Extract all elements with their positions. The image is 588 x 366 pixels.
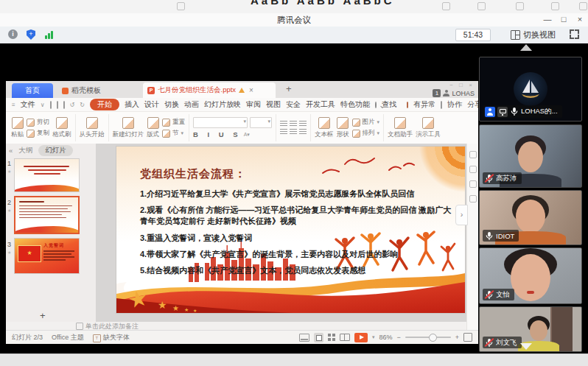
present-tools-button[interactable]: 演示工具 (416, 117, 441, 139)
print-icon[interactable] (57, 101, 58, 109)
side-tool-icon[interactable] (469, 195, 477, 203)
scroll-up-arrow[interactable] (520, 44, 532, 51)
side-tool-icon[interactable] (469, 151, 477, 158)
slides-tab[interactable]: 幻灯片 (38, 145, 73, 156)
font-color-icon[interactable]: A▾ (244, 132, 250, 138)
format-painter-button[interactable]: 格式刷 (52, 117, 71, 139)
bullet-list-icon[interactable] (280, 121, 287, 127)
notification-badge[interactable]: 1 (433, 89, 441, 97)
menu-design[interactable]: 设计 (144, 99, 159, 110)
side-tool-icon[interactable] (469, 180, 477, 188)
wps-tab-home[interactable]: 首页 (12, 83, 53, 98)
align-center-icon[interactable] (290, 129, 297, 135)
menu-security[interactable]: 安全 (286, 99, 301, 110)
doc-assistant-button[interactable]: 文档助手 (388, 117, 413, 139)
outline-tab[interactable]: 大纲 (18, 146, 32, 155)
scroll-down-arrow[interactable] (520, 343, 532, 350)
align-left-icon[interactable] (280, 129, 287, 135)
participant-tile[interactable]: LOHAS的... (479, 57, 582, 122)
slide-canvas[interactable]: 党组织生活会流程： 1.介绍习近平给复旦大学《共产党宣言》展示馆党员志愿服务队全… (116, 147, 465, 313)
sync-status[interactable]: 有异常 (413, 99, 435, 110)
slide-sorter-icon[interactable] (328, 334, 331, 337)
wps-tab-document[interactable]: P 七月份党组织生活会.pptx × (143, 82, 276, 98)
font-size-select[interactable] (250, 117, 272, 128)
participant-tile[interactable]: IDIOT (479, 190, 582, 245)
add-slide-button[interactable]: + (40, 310, 46, 321)
meeting-info-icon[interactable]: i (8, 29, 18, 39)
new-tab-button[interactable]: + (286, 83, 292, 94)
paste-button[interactable]: 粘贴 (11, 117, 24, 139)
slideshow-play-button[interactable] (354, 333, 368, 342)
arrange-button[interactable]: 排列▾ (352, 129, 380, 138)
notes-toggle-icon[interactable] (299, 334, 309, 342)
wps-user-area[interactable]: 1 LOHAS (433, 89, 475, 97)
wps-window: 首页 稻壳模板 P 七月份党组织生活会.pptx × + − □ × 1 LOH… (6, 81, 478, 344)
indent-icon[interactable] (299, 121, 307, 127)
menu-start[interactable]: 开始 (90, 99, 119, 110)
font-style-buttons[interactable]: B I U S (193, 130, 242, 138)
layout-button[interactable]: 版式 (147, 117, 159, 139)
slide-thumbnail-2-selected[interactable] (14, 196, 80, 234)
wps-close-button[interactable]: × (466, 81, 475, 89)
search-icon[interactable] (375, 102, 377, 108)
textbox-button[interactable]: 文本框 (315, 117, 334, 139)
play-from-start-button[interactable]: 从头开始 (80, 117, 105, 139)
switch-view-button[interactable]: 切换视图 (511, 29, 556, 41)
section-button[interactable]: 节▾ (162, 129, 185, 138)
security-shield-icon[interactable]: + (27, 29, 35, 40)
zoom-slider[interactable] (405, 337, 451, 338)
panel-expand-handle[interactable]: › (455, 205, 468, 225)
file-menu[interactable]: 文件 (21, 99, 35, 110)
zoom-level[interactable]: 86% (379, 334, 392, 341)
font-name-select[interactable] (193, 117, 248, 128)
normal-view-icon[interactable] (314, 333, 323, 342)
new-slide-button[interactable]: 新建幻灯片 (113, 117, 144, 139)
side-tool-icon[interactable] (469, 166, 477, 173)
tab-close-icon[interactable]: × (249, 86, 253, 94)
copy-button[interactable]: 复制 (27, 129, 49, 138)
fit-slide-icon[interactable] (463, 333, 472, 342)
find-label[interactable]: 查找 (382, 99, 396, 110)
hamburger-icon[interactable]: ≡ (12, 102, 15, 108)
numbered-list-icon[interactable] (290, 121, 297, 127)
menu-transition[interactable]: 切换 (164, 99, 179, 110)
participant-tile[interactable]: 文怡 (479, 247, 582, 304)
wps-minimize-button[interactable]: − (447, 81, 456, 89)
slide-thumbnail-3[interactable]: ★ 入党誓词 (14, 238, 80, 274)
zoom-in-button[interactable]: + (455, 334, 459, 341)
close-button[interactable]: × (572, 13, 588, 27)
align-right-icon[interactable] (299, 129, 307, 135)
shapes-button[interactable]: 形状 (337, 117, 349, 139)
maximize-button[interactable]: □ (556, 13, 572, 27)
fullscreen-icon[interactable] (570, 29, 579, 39)
zoom-out-button[interactable]: − (396, 334, 400, 341)
picture-button[interactable]: 图片▾ (352, 118, 380, 127)
reading-view-icon[interactable] (340, 334, 350, 341)
theme-label[interactable]: Office 主题 (52, 333, 84, 342)
participant-tile[interactable]: 高苏沛 (479, 124, 582, 188)
zoom-slider-knob[interactable] (429, 334, 437, 342)
switch-view-icon (511, 30, 520, 40)
preview-icon[interactable] (63, 101, 65, 109)
save-icon[interactable] (50, 101, 52, 109)
cut-button[interactable]: 剪切 (27, 118, 49, 127)
menu-slideshow[interactable]: 幻灯片放映 (204, 99, 241, 110)
undo-icon[interactable]: ↺ (70, 102, 75, 108)
redo-icon[interactable]: ↻ (80, 102, 85, 108)
collapse-panel-icon[interactable]: « (9, 147, 13, 155)
reset-button[interactable]: 重置 (162, 118, 185, 127)
slide-thumbnail-1[interactable] (14, 158, 80, 192)
wps-tab-docer[interactable]: 稻壳模板 (56, 83, 128, 98)
menu-animation[interactable]: 动画 (184, 99, 199, 110)
collab-label[interactable]: 协作 (447, 99, 462, 110)
share-label[interactable]: 分享 (467, 99, 478, 110)
missing-font-status[interactable]: T缺失字体 (93, 333, 130, 342)
menu-view[interactable]: 视图 (266, 99, 281, 110)
menu-insert[interactable]: 插入 (125, 99, 139, 110)
menu-devtools[interactable]: 开发工具 (306, 99, 335, 110)
menu-review[interactable]: 审阅 (246, 99, 261, 110)
wps-maximize-button[interactable]: □ (456, 81, 466, 89)
menu-features[interactable]: 特色功能 (340, 99, 370, 110)
minimize-button[interactable]: — (539, 13, 556, 27)
play-options-caret[interactable]: ▾ (372, 334, 375, 340)
